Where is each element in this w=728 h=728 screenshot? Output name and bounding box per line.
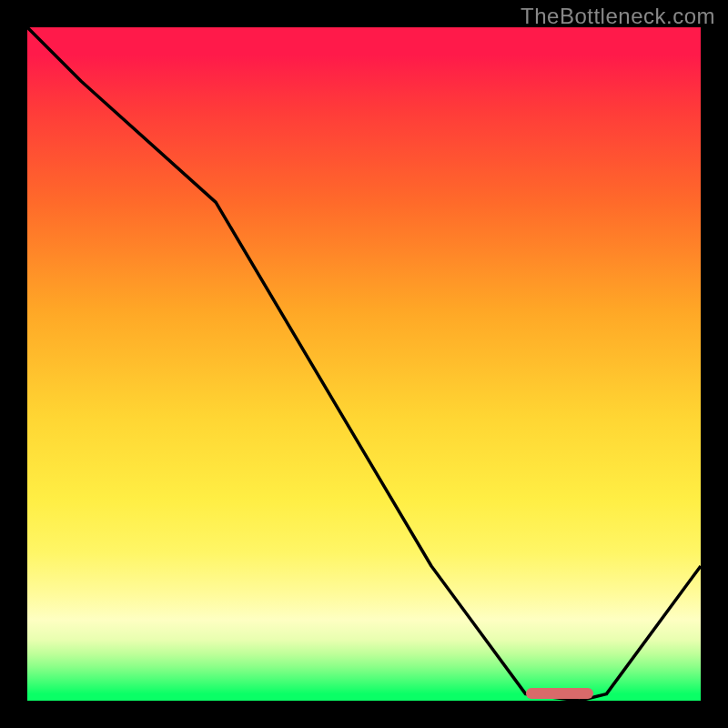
optimal-range-marker <box>526 688 593 699</box>
bottleneck-curve <box>27 27 701 701</box>
watermark-text: TheBottleneck.com <box>521 4 715 29</box>
chart-plot-area <box>27 27 701 701</box>
